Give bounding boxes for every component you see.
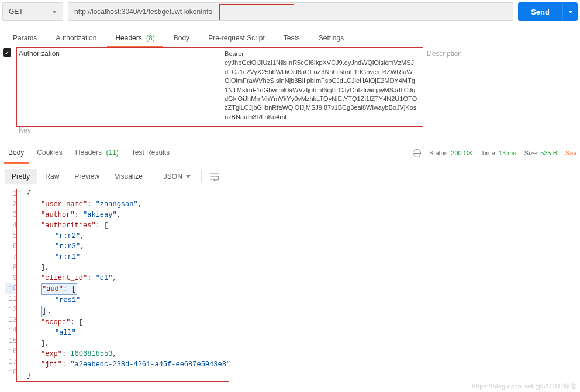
gutter-line: 10 — [5, 283, 17, 294]
code-line: "client_id": "c1", — [27, 273, 230, 283]
header-row-checkbox[interactable]: ✓ — [3, 48, 11, 57]
send-button[interactable]: Send — [518, 2, 562, 21]
code-line: "aud": [ — [27, 283, 230, 295]
header-value-placeholder[interactable] — [220, 124, 422, 137]
gutter-line: 12 — [5, 304, 17, 315]
gutter-line: 6 — [5, 241, 17, 252]
code-line: "scope": [ — [27, 317, 230, 328]
save-response-button[interactable]: Sav — [565, 150, 576, 157]
code-line: "authorities": [ — [27, 220, 230, 231]
gutter-line: 5 — [5, 231, 17, 241]
request-tabs: Params Authorization Headers (8) Body Pr… — [0, 25, 580, 47]
response-tabs: Body Cookies Headers (11) Test Results — [4, 143, 413, 164]
header-desc-cell[interactable]: Description — [422, 47, 580, 124]
gutter-line: 2 — [5, 199, 17, 210]
header-value-prefix: Bearer — [225, 50, 244, 57]
chevron-down-icon — [186, 175, 191, 178]
size-block: Size: 535 B — [524, 150, 557, 157]
code-line: "jti": "a2eabedc-238d-4261-a45f-ee687e59… — [27, 359, 230, 370]
gutter-line: 18 — [5, 367, 17, 378]
view-pretty-button[interactable]: Pretty — [5, 169, 37, 184]
time-block: Time: 13 ms — [481, 150, 516, 157]
resp-tab-headers-label: Headers — [75, 148, 102, 157]
code-line: } — [27, 370, 230, 380]
response-json-body[interactable]: 123456789101112131415161718 {"user_name"… — [5, 189, 580, 380]
code-line: ], — [27, 338, 230, 349]
tab-authorization[interactable]: Authorization — [47, 30, 105, 47]
format-select[interactable]: JSON — [159, 170, 195, 183]
view-raw-button[interactable]: Raw — [38, 169, 66, 184]
header-value-token: eyJhbGciOiJIUzI1NiIsInR5cCI6IkpXVCJ9.eyJ… — [225, 59, 417, 120]
gutter-line: 15 — [5, 336, 17, 346]
code-line: ], — [27, 306, 230, 317]
code-line: ], — [27, 262, 230, 273]
url-text: http://localhost:3040/v1/test/getJwtToke… — [74, 8, 212, 16]
send-menu-caret[interactable] — [562, 2, 578, 21]
url-input[interactable]: http://localhost:3040/v1/test/getJwtToke… — [68, 2, 513, 21]
gutter-line: 14 — [5, 325, 17, 336]
gutter-line: 3 — [5, 210, 17, 220]
resp-tab-test-results[interactable]: Test Results — [127, 143, 174, 164]
gutter-line: 4 — [5, 220, 17, 231]
header-key-cell[interactable]: Authorization — [14, 47, 220, 124]
gutter-line: 17 — [5, 357, 17, 367]
tab-headers-label: Headers — [115, 34, 141, 42]
header-value-cell[interactable]: Bearer eyJhbGciOiJIUzI1NiIsInR5cCI6IkpXV… — [220, 47, 422, 124]
status-block: Status: 200 OK — [429, 150, 473, 157]
resp-tab-cookies[interactable]: Cookies — [32, 143, 67, 164]
code-line: "all" — [27, 328, 230, 338]
gutter-line: 13 — [5, 315, 17, 325]
gutter-line: 9 — [5, 273, 17, 283]
headers-count-badge: (8) — [146, 34, 155, 42]
header-key-placeholder[interactable]: Key — [14, 124, 220, 137]
watermark: https://blog.csdn.net/@51CTO博客 — [472, 382, 576, 391]
globe-icon[interactable] — [413, 149, 421, 157]
code-line: "r:r2", — [27, 231, 230, 241]
code-line: "author": "akieay", — [27, 210, 230, 220]
header-desc-placeholder[interactable] — [422, 124, 580, 137]
resp-tab-body[interactable]: Body — [4, 143, 29, 164]
format-label: JSON — [164, 172, 182, 181]
view-visualize-button[interactable]: Visualize — [108, 169, 150, 184]
code-line: "r:r1" — [27, 252, 230, 262]
gutter-line: 1 — [5, 189, 17, 199]
url-highlight-annotation — [219, 4, 294, 20]
code-line: "user_name": "zhangsan", — [27, 199, 230, 210]
tab-params[interactable]: Params — [5, 30, 45, 47]
gutter-line: 11 — [5, 294, 17, 304]
header-row-authorization: ✓ Authorization Bearer eyJhbGciOiJIUzI1N… — [0, 47, 580, 124]
code-line: "exp": 1606818553, — [27, 349, 230, 359]
gutter-line: 16 — [5, 346, 17, 357]
line-wrap-icon[interactable] — [208, 170, 222, 183]
chevron-down-icon — [568, 11, 573, 13]
tab-tests[interactable]: Tests — [275, 30, 308, 47]
view-preview-button[interactable]: Preview — [67, 169, 106, 184]
http-method-label: GET — [9, 8, 23, 16]
tab-prerequest[interactable]: Pre-request Script — [200, 30, 273, 47]
code-line: "r:r3", — [27, 241, 230, 252]
code-line: { — [27, 189, 230, 199]
resp-tab-headers[interactable]: Headers (11) — [71, 143, 123, 164]
gutter-line: 8 — [5, 262, 17, 273]
divider — [201, 170, 202, 183]
resp-headers-count-badge: (11) — [106, 148, 118, 157]
gutter-line: 7 — [5, 252, 17, 262]
tab-headers[interactable]: Headers (8) — [107, 30, 163, 47]
code-line: "res1" — [27, 295, 230, 306]
tab-settings[interactable]: Settings — [310, 30, 352, 47]
text-cursor — [289, 114, 289, 121]
header-row-empty: Key — [0, 124, 580, 137]
http-method-select[interactable]: GET — [2, 2, 63, 21]
chevron-down-icon — [52, 11, 57, 13]
tab-body[interactable]: Body — [165, 30, 198, 47]
